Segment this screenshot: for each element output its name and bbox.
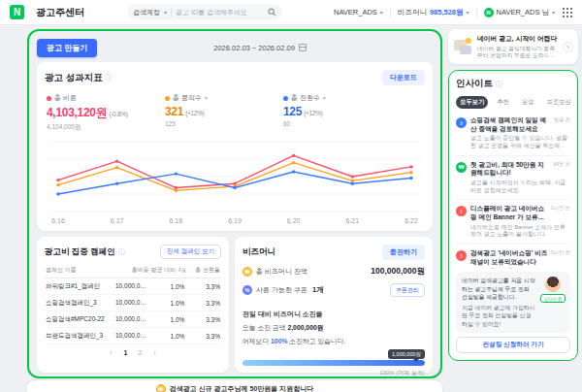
global-search[interactable]: 검색계정 ▾ [127, 4, 282, 20]
col-conversion-rate: 총 전환율 [185, 264, 221, 278]
footer-promo-banner[interactable]: ₩ 검색광고 신규 광고주님께 50만원을 지원합니다 [27, 380, 442, 392]
tab-all[interactable]: 모두보기 [456, 96, 488, 109]
promo-desc: 네이버 광고 공식대행사가 등록부터 운영까지 무료로 도와드립니다. [477, 46, 558, 59]
app-root: N 광고주센터 검색계정 ▾ NAVER_ADS ▾ 비즈머니 985,528원… [0, 0, 582, 392]
bizmoney-balance-dropdown[interactable]: 비즈머니 985,528원 ▾ [398, 8, 469, 17]
tab-operation[interactable]: 운영 [518, 96, 538, 109]
metric-change: (+12%) [304, 110, 322, 116]
charge-button[interactable]: 충전하기 [382, 245, 425, 260]
metric-select-dropdown[interactable]: ▾ [323, 95, 326, 101]
metrics-row: 총 비용 4,103,120원(-0.8%) 4,104,000원 총 클릭수 … [47, 93, 423, 132]
chevron-down-icon: ▾ [164, 9, 167, 16]
megaphone-icon: i [456, 117, 467, 128]
burn-progress: 1,000,000원 [242, 360, 425, 366]
divider [171, 8, 172, 16]
compare-line: 어제보다 100% 소진하고 있습니다. [242, 337, 425, 346]
today-spend-value: 2,000,000원 [287, 324, 323, 331]
table-row[interactable]: 브랜드검색캠페인_310,000,000원 1.0%3.3% [45, 328, 221, 344]
bizmoney-label: 비즈머니 [398, 8, 427, 17]
search-scope-dropdown[interactable]: 검색계정 [133, 8, 160, 17]
metric-select-dropdown[interactable]: ▾ [205, 95, 208, 101]
next-page-button[interactable]: › [150, 349, 159, 356]
balance-row: ₩ 총 비즈머니 잔액 100,000,000원 [242, 266, 425, 278]
timestamp: 3시간 전 [551, 249, 570, 266]
col-total-cost: 총비용 [114, 264, 150, 278]
table-row[interactable]: 쇼핑검색#MPC20-2210,000,000원 1.0%3.3% [45, 311, 221, 328]
insights-feed: i 쇼핑검색 캠페인의 일일 예산 증액을 검토해보세요 방금 전 광고 노출이… [456, 112, 570, 269]
metric-previous-value: 125 [165, 120, 258, 127]
consultant: 상담신청 [541, 277, 565, 328]
metric-label: 총 클릭수 [173, 93, 202, 103]
table-row[interactable]: 쇼핑검색캠페인_310,000,000원 1.0%3.3% [45, 295, 221, 311]
download-button[interactable]: 다운로드 [382, 70, 425, 85]
won-coin-icon: ₩ [156, 384, 166, 392]
yesterday-benchmark-label: 100% (어제 실적) [242, 369, 425, 377]
info-icon[interactable]: ⓘ [118, 247, 125, 257]
campaign-card: 광고비 집중 캠페인 ⓘ 전체 캠페인 보기 캠페인 이름 총비용 평균 대비 … [37, 237, 229, 373]
coupon-row: % 사용 가능한 쿠폰 1개 쿠폰관리 [242, 283, 425, 297]
performance-chart-wrap: 6.166.176.186.196.206.216.22 [45, 136, 425, 231]
compare-percent: 100% [271, 338, 287, 344]
coupon-label: 사용 가능한 쿠폰 [256, 285, 307, 295]
bizmoney-title: 비즈머니 [242, 246, 275, 258]
dashboard-toolbar: 광고 만들기 2026.02.03 ~ 2026.02.09 [37, 39, 433, 56]
metric-change: (-0.8%) [109, 111, 127, 117]
performance-card-header: 광고 성과지표 ⓘ 다운로드 [45, 70, 425, 85]
svg-text:6.16: 6.16 [51, 217, 65, 224]
naver-logo[interactable]: N [10, 5, 24, 19]
account-switcher[interactable]: NAVER_ADS ▾ [334, 8, 383, 16]
metric-value: 321 [165, 105, 183, 118]
search-input[interactable] [176, 9, 264, 16]
date-range-picker[interactable]: 2026.02.03 ~ 2026.02.09 [213, 44, 307, 52]
timestamp: 1시간 전 [551, 205, 570, 221]
page-button-1[interactable]: 1 [121, 349, 130, 356]
manage-coupons-button[interactable]: 쿠폰관리 [390, 283, 425, 297]
tab-promotion[interactable]: 프로모션 [542, 96, 574, 109]
col-campaign-name: 캠페인 이름 [45, 264, 114, 278]
campaign-table-header: 캠페인 이름 총비용 평균 대비 지출 총 전환율 [45, 264, 221, 278]
conversions-series-dot [283, 96, 288, 101]
metric-label: 총 전환수 [291, 93, 320, 103]
info-icon[interactable]: ⓘ [496, 80, 502, 89]
date-range-label: 2026.02.03 ~ 2026.02.09 [213, 44, 295, 52]
insight-item[interactable]: ! 디스플레이 광고 네이버쇼핑 메인 Banner 가 보류되었습니다 1시간… [456, 200, 570, 245]
coin-icon: ₩ [242, 267, 252, 277]
won-benefit-icon: ₩ [456, 162, 467, 173]
svg-text:6.19: 6.19 [228, 217, 242, 224]
prev-page-button[interactable]: ‹ [107, 349, 115, 356]
create-ad-button[interactable]: 광고 만들기 [37, 39, 97, 57]
search-icon[interactable] [268, 8, 276, 16]
profile-dropdown[interactable]: N NAVER_ADS 님 ▾ [484, 8, 555, 17]
tab-recommend[interactable]: 추천 [493, 96, 513, 109]
svg-text:6.17: 6.17 [111, 217, 124, 224]
view-all-campaigns-button[interactable]: 전체 캠페인 보기 [160, 245, 221, 259]
promo-title: 네이버 광고, 시작이 어렵다면? [477, 34, 558, 44]
bizmoney-balance: 985,528원 [430, 8, 464, 17]
page-button-2[interactable]: 2 [136, 349, 145, 356]
insights-panel: 인사이트 ⓘ 모두보기 추천 운영 프로모션 i 쇼핑검색 캠페인의 일일 예산… [448, 70, 578, 361]
divider [476, 8, 477, 17]
today-spend-label: 오늘 소진 금액 [242, 324, 286, 331]
consult-cta-button[interactable]: 컨설팅 신청하러 가기 [456, 337, 570, 353]
consultant-avatar [545, 277, 561, 292]
brand-title: 광고주센터 [36, 6, 84, 19]
info-icon[interactable]: ⓘ [106, 73, 113, 82]
app-launcher-icon[interactable] [562, 7, 572, 17]
alert-icon: ! [456, 250, 467, 261]
metric-previous-value: 4,104,000원 [47, 123, 140, 132]
insights-title: 인사이트 [456, 78, 493, 90]
footer-promo-text: 검색광고 신규 광고주님께 50만원을 지원합니다 [170, 384, 314, 392]
insight-item[interactable]: ₩ 첫 광고비, 최대 50만원 지원해드립니다! 34분 전 광고를 시작하면… [456, 156, 570, 201]
consult-badge: 상담신청 [540, 294, 566, 303]
consult-text: 네이버 검색광고를 처음 시작하는 광고주님께 무료 전화 컨설팅을 제공합니다… [462, 277, 536, 328]
next-banner-button[interactable]: › [563, 42, 573, 52]
today-spend-line: 오늘 소진 금액 2,000,000원 [242, 323, 425, 333]
insight-item[interactable]: ! 검색광고 '네이버쇼핑' 비즈채널이 보류되었습니다 3시간 전 광고 노출… [456, 245, 570, 269]
account-primary-label: NAVER_ADS [334, 8, 377, 16]
naver-account-icon: N [484, 8, 494, 17]
dashboard-highlight-area: 광고 만들기 2026.02.03 ~ 2026.02.09 광고 성과지표 ⓘ… [27, 29, 442, 378]
consult-banner[interactable]: 네이버 검색광고를 처음 시작하는 광고주님께 무료 전화 컨설팅을 제공합니다… [456, 272, 570, 333]
promo-banner[interactable]: 네이버 광고, 시작이 어렵다면? 네이버 광고 공식대행사가 등록부터 운영까… [448, 29, 578, 64]
table-row[interactable]: 파워링크#1_캠페인10,000,000원 1.0%3.3% [45, 278, 221, 295]
insight-item[interactable]: i 쇼핑검색 캠페인의 일일 예산 증액을 검토해보세요 방금 전 광고 노출이… [456, 112, 570, 156]
